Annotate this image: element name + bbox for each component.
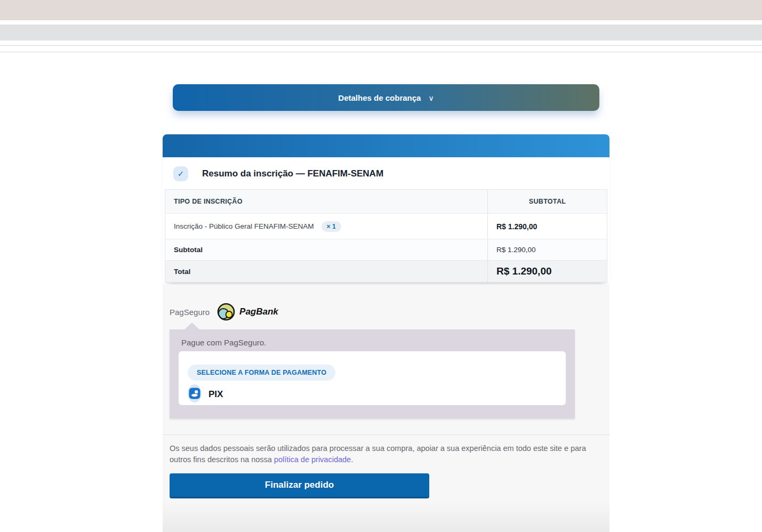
billing-details-toggle[interactable]: Detalhes de cobrança ∨ <box>173 84 599 111</box>
panel-divider <box>163 434 609 435</box>
total-label: Total <box>165 261 488 282</box>
table-row-item: Inscrição - Público Geral FENAFIM-SENAM … <box>165 213 607 239</box>
gateway-name: PagSeguro <box>170 308 210 317</box>
gateway-row: PagSeguro PagBank <box>170 302 278 321</box>
pix-method-label: PIX <box>208 389 223 400</box>
privacy-policy-link[interactable]: política de privacidade <box>274 455 351 464</box>
tooltip-tail <box>184 323 200 330</box>
divider-line <box>0 52 762 52</box>
pix-icon-halo <box>188 384 202 402</box>
payment-method-box: SELECIONE A FORMA DE PAGAMENTO PIX <box>179 351 566 405</box>
quantity-badge: × 1 <box>322 221 341 232</box>
select-method-label: SELECIONE A FORMA DE PAGAMENTO <box>188 365 335 381</box>
pix-icon <box>189 388 200 399</box>
item-name: Inscrição - Público Geral FENAFIM-SENAM <box>174 222 314 230</box>
place-order-button[interactable]: Finalizar pedido <box>170 473 429 498</box>
column-header-subtotal: SUBTOTAL <box>488 190 607 213</box>
top-bar-beige <box>0 0 762 20</box>
table-row-subtotal: Subtotal R$ 1.290,00 <box>165 239 607 260</box>
check-icon: ✓ <box>173 166 188 181</box>
payment-panel: PagSeguro PagBank Pague com PagSeguro. S… <box>163 285 609 532</box>
top-bar-gray <box>0 25 762 41</box>
table-header-row: TIPO DE INSCRIÇÃO SUBTOTAL <box>165 190 607 213</box>
privacy-text-before: Os seus dados pessoais serão utilizados … <box>170 444 586 464</box>
brand-name: PagBank <box>239 307 278 317</box>
privacy-text-after: . <box>351 455 353 464</box>
chevron-down-icon: ∨ <box>428 94 434 102</box>
privacy-notice: Os seus dados pessoais serão utilizados … <box>170 443 603 465</box>
billing-details-label: Detalhes de cobrança <box>338 93 421 102</box>
payment-description: Pague com PagSeguro. <box>181 338 266 347</box>
item-subtotal-value: R$ 1.290,00 <box>488 214 607 239</box>
card-title-row: ✓ Resumo da inscrição — FENAFIM-SENAM <box>163 157 609 189</box>
payment-method-pix[interactable]: PIX <box>188 386 557 402</box>
brand-logo-wrap: PagBank <box>216 302 278 321</box>
payment-gateway-box: Pague com PagSeguro. SELECIONE A FORMA D… <box>170 329 575 418</box>
subtotal-label: Subtotal <box>165 239 488 260</box>
order-summary-table: TIPO DE INSCRIÇÃO SUBTOTAL Inscrição - P… <box>165 189 607 283</box>
column-header-type: TIPO DE INSCRIÇÃO <box>165 190 488 213</box>
card-title: Resumo da inscrição — FENAFIM-SENAM <box>202 168 383 179</box>
pagbank-logo-icon <box>216 302 236 321</box>
registration-summary-card: ✓ Resumo da inscrição — FENAFIM-SENAM TI… <box>163 134 609 283</box>
divider-line <box>0 45 762 46</box>
subtotal-value: R$ 1.290,00 <box>488 239 607 260</box>
card-header-bar <box>163 134 609 157</box>
total-value: R$ 1.290,00 <box>488 261 607 282</box>
table-row-total: Total R$ 1.290,00 <box>165 260 607 282</box>
